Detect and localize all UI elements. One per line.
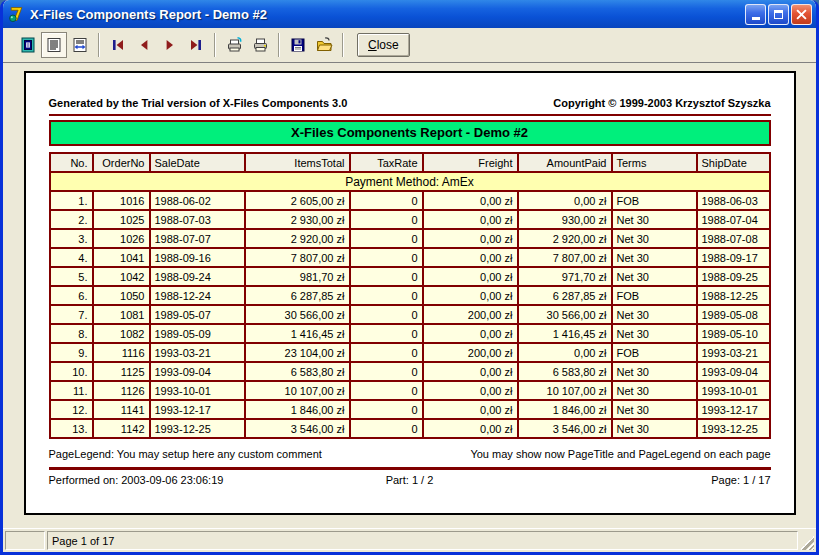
toolbar-separator [278, 33, 280, 57]
cell: 1 416,45 zł [518, 324, 612, 343]
cell: 1125 [93, 362, 150, 381]
open-button[interactable] [311, 32, 337, 58]
column-header: No. [50, 153, 93, 172]
cell: 6 287,85 zł [245, 286, 350, 305]
cell: 1993-03-21 [697, 343, 770, 362]
prev-page-icon [136, 37, 152, 53]
page-legend-left: PageLegend: You may setup here any custo… [49, 448, 322, 460]
prev-page-button[interactable] [131, 32, 157, 58]
cell: 1082 [93, 324, 150, 343]
cell: 1989-05-08 [697, 305, 770, 324]
first-page-icon [110, 37, 126, 53]
cell: 7 807,00 zł [518, 248, 612, 267]
cell: 8. [50, 324, 93, 343]
view-whole-page-button[interactable] [15, 32, 41, 58]
save-button[interactable] [285, 32, 311, 58]
cell: 1025 [93, 210, 150, 229]
cell: 0,00 zł [423, 210, 518, 229]
table-row: 1.10161988-06-022 605,00 zł00,00 zł0,00 … [50, 191, 770, 210]
table-row: 3.10261988-07-072 920,00 zł00,00 zł2 920… [50, 229, 770, 248]
table-row: 12.11411993-12-171 846,00 zł00,00 zł1 84… [50, 400, 770, 419]
cell: 6 583,80 zł [245, 362, 350, 381]
cell: 12. [50, 400, 93, 419]
column-header: Terms [612, 153, 697, 172]
cell: Net 30 [612, 362, 697, 381]
save-icon [290, 37, 306, 53]
preview-viewport[interactable]: Generated by the Trial version of X-File… [3, 62, 816, 528]
cell: 4. [50, 248, 93, 267]
cell: 1993-09-04 [150, 362, 245, 381]
cell: 6 287,85 zł [518, 286, 612, 305]
cell: 2. [50, 210, 93, 229]
resize-grip[interactable] [800, 536, 814, 550]
print-button[interactable] [247, 32, 273, 58]
close-preview-button[interactable]: Close [357, 33, 410, 57]
toolbar-separator [214, 33, 216, 57]
report-performed-on: Performed on: 2003-09-06 23:06:19 [49, 474, 290, 486]
cell: 0 [350, 305, 423, 324]
cell: 1081 [93, 305, 150, 324]
next-page-button[interactable] [157, 32, 183, 58]
cell: 1042 [93, 267, 150, 286]
statusbar-page-info: Page 1 of 17 [47, 531, 798, 550]
cell: 1993-09-04 [697, 362, 770, 381]
cell: 1988-07-07 [150, 229, 245, 248]
cell: 1988-06-02 [150, 191, 245, 210]
cell: 0,00 zł [518, 191, 612, 210]
toolbar-separator [98, 33, 100, 57]
cell: 1. [50, 191, 93, 210]
view-custom-zoom-button[interactable] [67, 32, 93, 58]
cell: 0 [350, 191, 423, 210]
open-icon [316, 37, 333, 53]
cell: Net 30 [612, 229, 697, 248]
cell: 930,00 zł [518, 210, 612, 229]
cell: 0 [350, 400, 423, 419]
cell: 2 605,00 zł [245, 191, 350, 210]
view-page-width-button[interactable] [41, 32, 67, 58]
cell: 1988-12-24 [150, 286, 245, 305]
cell: 1993-12-25 [150, 419, 245, 438]
cell: 200,00 zł [423, 343, 518, 362]
cell: 1126 [93, 381, 150, 400]
report-table: No.OrderNoSaleDateItemsTotalTaxRateFreig… [49, 152, 771, 439]
minimize-button[interactable] [745, 4, 766, 25]
cell: 0 [350, 343, 423, 362]
cell: 1016 [93, 191, 150, 210]
table-row: 13.11421993-12-253 546,00 zł00,00 zł3 54… [50, 419, 770, 438]
column-header: TaxRate [350, 153, 423, 172]
titlebar[interactable]: X-Files Components Report - Demo #2 [3, 0, 816, 28]
cell: 1988-07-03 [150, 210, 245, 229]
cell: 1988-09-17 [697, 248, 770, 267]
close-button-label: Close [368, 38, 399, 52]
close-window-button[interactable] [791, 4, 812, 25]
first-page-button[interactable] [105, 32, 131, 58]
cell: 1026 [93, 229, 150, 248]
table-row: 5.10421988-09-24981,70 zł00,00 zł971,70 … [50, 267, 770, 286]
close-icon [796, 9, 807, 20]
group-band-row: Payment Method: AmEx [50, 172, 770, 191]
table-row: 7.10811989-05-0730 566,00 zł0200,00 zł30… [50, 305, 770, 324]
cell: 1993-10-01 [150, 381, 245, 400]
column-header: ItemsTotal [245, 153, 350, 172]
maximize-button[interactable] [768, 4, 789, 25]
cell: 1993-10-01 [697, 381, 770, 400]
table-row: 2.10251988-07-032 930,00 zł00,00 zł930,0… [50, 210, 770, 229]
print-setup-icon [226, 37, 243, 53]
report-rule-top [49, 114, 771, 116]
report-page: Generated by the Trial version of X-File… [24, 71, 796, 515]
last-page-button[interactable] [183, 32, 209, 58]
report-rule-bottom [49, 467, 771, 470]
column-header: SaleDate [150, 153, 245, 172]
cell: 30 566,00 zł [518, 305, 612, 324]
cell: 3. [50, 229, 93, 248]
cell: 0,00 zł [423, 400, 518, 419]
minimize-icon [752, 17, 760, 20]
xfiles-logo-icon[interactable] [8, 6, 25, 23]
table-row: 6.10501988-12-246 287,85 zł00,00 zł6 287… [50, 286, 770, 305]
cell: 200,00 zł [423, 305, 518, 324]
cell: 0,00 zł [423, 286, 518, 305]
cell: 0 [350, 419, 423, 438]
cell: 6. [50, 286, 93, 305]
print-setup-button[interactable] [221, 32, 247, 58]
statusbar-panel-empty [5, 531, 45, 550]
